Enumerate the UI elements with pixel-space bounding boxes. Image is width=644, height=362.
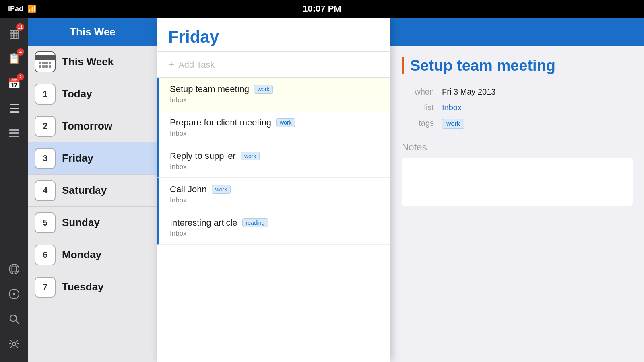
task-tag-4: work	[212, 185, 231, 194]
sidebar-label-this-week: This Week	[62, 56, 114, 68]
notes-label: Notes	[402, 142, 633, 153]
sidebar-label-tuesday: Tuesday	[62, 281, 104, 293]
tuesday-day-icon: 7	[35, 277, 56, 298]
tags-label: tags	[402, 119, 434, 129]
svg-point-14	[12, 342, 16, 346]
icon-rail-item-today[interactable]: 📋 4	[2, 47, 26, 70]
task-item-1[interactable]: Setup team meeting work Inbox	[157, 78, 390, 111]
icon-rail-item-focus[interactable]	[2, 282, 26, 306]
task-title-1: Setup team meeting	[170, 84, 249, 95]
detail-task-title: Setup team meeting	[402, 57, 633, 74]
svg-rect-0	[9, 129, 19, 131]
badge-2: 2	[17, 73, 24, 80]
clock-icon	[8, 288, 20, 300]
task-item-top-4: Call John work	[170, 184, 379, 195]
task-panel-title: Friday	[168, 27, 379, 47]
device-info: iPad 📶	[8, 4, 36, 13]
svg-rect-1	[9, 132, 19, 134]
notes-area[interactable]	[402, 158, 633, 206]
when-label: when	[402, 87, 434, 97]
icon-rail-item-settings[interactable]	[2, 332, 26, 356]
layers-icon	[8, 128, 20, 139]
sidebar-item-friday[interactable]: 3 Friday	[28, 142, 157, 175]
detail-meta: when Fri 3 May 2013 list Inbox tags work	[402, 87, 633, 129]
sidebar-item-this-week[interactable]: This Week	[28, 46, 157, 78]
sidebar-item-tuesday[interactable]: 7 Tuesday	[28, 271, 157, 303]
icon-rail-item-list[interactable]: ☰	[2, 97, 26, 120]
tag-pill-work: work	[442, 119, 464, 129]
task-list-name-4: Inbox	[170, 196, 379, 204]
list-value: Inbox	[442, 103, 633, 112]
icon-rail-item-day2[interactable]: 📅 2	[2, 72, 26, 95]
sidebar-label-monday: Monday	[62, 249, 101, 261]
icon-rail-bottom	[2, 257, 26, 362]
detail-content: Setup team meeting when Fri 3 May 2013 l…	[390, 46, 644, 362]
task-item-top-3: Reply to supplier work	[170, 151, 379, 161]
detail-panel: Setup team meeting when Fri 3 May 2013 l…	[390, 18, 644, 362]
badge-4: 4	[17, 48, 24, 56]
wifi-icon: 📶	[27, 4, 36, 13]
task-title-3: Reply to supplier	[170, 151, 236, 161]
icon-rail-item-calendar-week[interactable]: ▦ 11	[2, 22, 26, 45]
task-item-2[interactable]: Prepare for client meeting work Inbox	[157, 111, 390, 144]
task-list: Setup team meeting work Inbox Prepare fo…	[157, 78, 390, 362]
icon-rail-item-layers[interactable]	[2, 121, 26, 145]
sidebar-label-sunday: Sunday	[62, 216, 100, 229]
task-panel-header: Friday	[157, 18, 390, 52]
when-value: Fri 3 May 2013	[442, 87, 633, 97]
task-item-top-2: Prepare for client meeting work	[170, 117, 379, 128]
this-week-icon	[35, 51, 56, 72]
svg-rect-2	[9, 136, 19, 137]
sidebar-label-saturday: Saturday	[62, 184, 107, 197]
badge-11: 11	[16, 23, 24, 31]
task-list-name-2: Inbox	[170, 130, 379, 138]
sidebar: This Wee This Week 1 Today	[28, 18, 157, 362]
globe-icon	[8, 263, 20, 275]
task-tag-3: work	[241, 152, 260, 160]
task-item-4[interactable]: Call John work Inbox	[157, 178, 390, 211]
sidebar-label-today: Today	[62, 88, 92, 100]
sidebar-item-saturday[interactable]: 4 Saturday	[28, 175, 157, 207]
plus-icon: +	[168, 58, 174, 71]
task-item-top-1: Setup team meeting work	[170, 84, 379, 95]
tomorrow-day-icon: 2	[35, 116, 56, 137]
icon-rail: ▦ 11 📋 4 📅 2 ☰	[0, 18, 28, 362]
status-time: 10:07 PM	[303, 4, 341, 14]
search-icon	[8, 313, 20, 325]
sidebar-item-monday[interactable]: 6 Monday	[28, 239, 157, 271]
sidebar-label-friday: Friday	[62, 152, 93, 165]
task-item-3[interactable]: Reply to supplier work Inbox	[157, 144, 390, 178]
sidebar-item-sunday[interactable]: 5 Sunday	[28, 207, 157, 239]
task-item-5[interactable]: Interesting article reading Inbox	[157, 211, 390, 245]
saturday-day-icon: 4	[35, 180, 56, 201]
add-task-label: Add Task	[178, 60, 215, 70]
sidebar-list: This Week 1 Today 2 Tomorrow 3	[28, 46, 157, 362]
task-list-name-3: Inbox	[170, 163, 379, 171]
friday-day-icon: 3	[35, 148, 56, 169]
task-title-5: Interesting article	[170, 218, 237, 228]
task-tag-2: work	[276, 118, 295, 127]
sidebar-item-tomorrow[interactable]: 2 Tomorrow	[28, 110, 157, 142]
tags-value: work	[442, 119, 633, 129]
gear-icon	[8, 338, 20, 350]
today-day-icon: 1	[35, 84, 56, 105]
icon-rail-item-search[interactable]	[2, 307, 26, 331]
detail-header	[390, 18, 644, 46]
task-list-name-5: Inbox	[170, 230, 379, 238]
status-bar: iPad 📶 10:07 PM	[0, 0, 644, 18]
task-list-name-1: Inbox	[170, 96, 379, 104]
sunday-day-icon: 5	[35, 212, 56, 233]
task-title-4: Call John	[170, 184, 207, 195]
list-icon: ☰	[9, 101, 20, 115]
svg-line-13	[16, 321, 19, 324]
add-task-row[interactable]: + Add Task	[157, 52, 390, 78]
task-panel: Friday + Add Task Setup team meeting wor…	[157, 18, 390, 362]
task-title-2: Prepare for client meeting	[170, 117, 271, 128]
icon-rail-item-globe[interactable]	[2, 257, 26, 281]
sidebar-item-today[interactable]: 1 Today	[28, 78, 157, 110]
sidebar-label-tomorrow: Tomorrow	[62, 120, 112, 132]
monday-day-icon: 6	[35, 245, 56, 265]
task-item-top-5: Interesting article reading	[170, 218, 379, 228]
task-tag-1: work	[254, 85, 273, 94]
list-label: list	[402, 103, 434, 112]
